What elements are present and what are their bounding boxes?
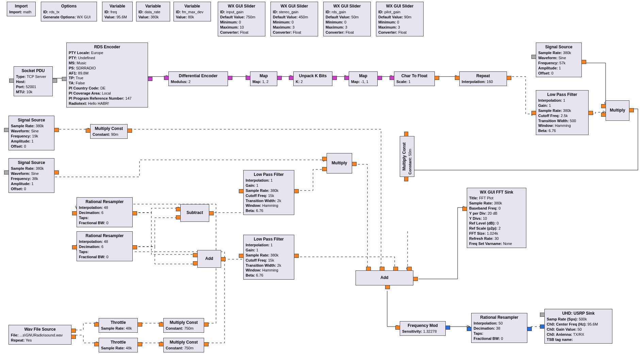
block-param: PI Country Code: DE <box>69 86 146 91</box>
block-param: Host: <box>16 79 50 84</box>
block-param: Interpolation: 48 <box>79 205 130 210</box>
variable-data-rate[interactable]: VariableID: data_rateValue: 380k <box>136 2 170 21</box>
block-title: Low Pass Filter <box>246 236 292 242</box>
block-title: Options <box>43 3 95 9</box>
block-param: ID: stereo_gain <box>273 10 316 15</box>
block-param: Sample Rate: 380k <box>246 253 292 258</box>
block-param: Cutoff Freq: 15k <box>246 258 292 263</box>
block-param: Amplitude: 1 <box>11 181 52 186</box>
block-param: Maximum: 3 <box>378 25 421 30</box>
block-param: Map: 1, 2 <box>252 79 275 84</box>
block-param: ID: data_rate <box>138 10 168 15</box>
block-param: Map: -1, 1 <box>351 79 375 84</box>
frequency-mod-block[interactable]: Frequency Mod Sensitivity: 1.32278 <box>400 321 446 336</box>
block-param: Ch0: Center Freq (Hz): 95.6M <box>547 322 610 327</box>
slider-pilot-gain[interactable]: WX GUI SliderID: pilot_gainDefault Value… <box>376 2 424 36</box>
block-param: Offset: 0 <box>11 144 52 149</box>
socket-pdu-block[interactable]: Socket PDU Type: TCP ServerHost: Port: 5… <box>14 66 53 96</box>
block-param: FFT Size: 1.024k <box>469 231 524 236</box>
block-title: Multiply Const <box>401 138 407 175</box>
block-param: Interpolation: 1 <box>246 178 292 183</box>
multiply-const-rds[interactable]: Multiply Const Constant: 50m <box>400 136 414 177</box>
block-param: Fractional BW: 0 <box>79 220 130 226</box>
block-param: Sample Rate: 380k <box>538 108 586 113</box>
options-block[interactable]: OptionsID: rds_txGenerate Options: WX GU… <box>41 2 97 21</box>
block-param: Decimation: 6 <box>79 210 130 215</box>
block-title: Rational Resampler <box>474 315 525 320</box>
block-title: Subtract <box>183 210 207 215</box>
signal-source-19k[interactable]: Signal Source Sample Rate: 380kWaveform:… <box>9 116 54 150</box>
block-param: Sample Rate: 380k <box>11 123 52 129</box>
block-title: Multiply Const <box>166 340 202 345</box>
map-block-2[interactable]: Map Map: -1, 1 <box>349 71 378 86</box>
subtract-block[interactable]: Subtract <box>180 204 209 222</box>
rational-resampler-1[interactable]: Rational Resampler Interpolation: 48Deci… <box>77 197 133 227</box>
block-title: WX GUI Slider <box>326 3 368 9</box>
char-to-float-block[interactable]: Char To Float Scale: 1 <box>394 71 435 86</box>
uhd-usrp-sink[interactable]: UHD: USRP Sink Samp Rate (Sps): 500kCh0:… <box>544 309 612 344</box>
block-param: Constant: 90m <box>93 132 125 137</box>
block-title: Wav File Source <box>11 327 69 332</box>
block-param: Converter: Float <box>220 30 263 35</box>
rational-resampler-2[interactable]: Rational Resampler Interpolation: 48Deci… <box>77 231 133 261</box>
block-title: Signal Source <box>11 117 52 123</box>
block-param: Taps: <box>79 215 130 220</box>
differential-encoder-block[interactable]: Differential Encoder Modulus: 2 <box>168 71 228 86</box>
rational-resampler-3[interactable]: Rational Resampler Interpolation: 50Deci… <box>471 313 527 343</box>
block-title: Variable <box>176 3 209 9</box>
signal-source-38k[interactable]: Signal Source Sample Rate: 380kWaveform:… <box>9 158 54 193</box>
block-title: Char To Float <box>396 73 432 79</box>
block-title: Throttle <box>101 320 135 325</box>
low-pass-filter-a[interactable]: Low Pass Filter Interpolation: 1Gain: 1S… <box>243 170 294 215</box>
block-param: Waveform: Sine <box>11 129 52 134</box>
block-param: Refresh Rate: 30 <box>469 236 524 241</box>
block-param: Sample Rate: 380k <box>11 166 52 171</box>
slider-stereo-gain[interactable]: WX GUI SliderID: stereo_gainDefault Valu… <box>270 2 318 36</box>
block-param: Frequency: 38k <box>11 176 52 181</box>
low-pass-filter-b[interactable]: Low Pass Filter Interpolation: 1Gain: 1S… <box>243 235 294 280</box>
block-param: Window: Hamming <box>246 203 292 208</box>
block-param: Interpolation: 48 <box>79 239 130 244</box>
block-param: TP: True <box>69 76 146 81</box>
block-title: RDS Encoder <box>69 44 146 50</box>
throttle-block-1[interactable]: Throttle Sample Rate: 48k <box>99 318 138 333</box>
block-param: PI Program Reference Number: 147 <box>69 96 146 101</box>
block-title: Throttle <box>101 340 135 345</box>
block-param: ID: pilot_gain <box>378 10 421 15</box>
slider-input-gain[interactable]: WX GUI SliderID: input_gainDefault Value… <box>218 2 265 36</box>
block-param: Minimum: 0 <box>326 20 368 25</box>
add-block-lr[interactable]: Add <box>197 250 221 268</box>
block-param: Fractional BW: 0 <box>474 336 525 341</box>
multiply-38k[interactable]: Multiply <box>327 153 352 173</box>
signal-source-57k[interactable]: Signal Source Sample Rate: 380kWaveform:… <box>536 43 582 77</box>
block-param: Ch0: Gain Value: 50 <box>547 327 610 332</box>
repeat-block[interactable]: Repeat Interpolation: 160 <box>459 71 507 86</box>
multiply-const-input-2[interactable]: Multiply Const Constant: 750m <box>163 338 204 352</box>
block-title: Add <box>358 275 411 280</box>
rds-encoder-block[interactable]: RDS Encoder PTY Locale: EuropePTY: Undef… <box>66 43 148 107</box>
block-param: Amplitude: 1 <box>11 139 52 144</box>
multiply-rds[interactable]: Multiply <box>606 100 629 121</box>
multiply-const-pilot[interactable]: Multiply Const Constant: 90m <box>90 124 128 139</box>
block-param: Ref Level (dB): 0 <box>469 221 524 226</box>
block-param: Modulus: 2 <box>171 79 226 84</box>
multiply-const-input-1[interactable]: Multiply Const Constant: 750m <box>163 318 204 333</box>
low-pass-filter-2p5k[interactable]: Low Pass Filter Interpolation: 1Gain: 1S… <box>536 90 589 135</box>
map-block-1[interactable]: Map Map: 1, 2 <box>250 71 277 86</box>
block-param: Window: Hamming <box>538 123 586 128</box>
block-param: Interpolation: 160 <box>462 79 505 84</box>
block-param: Constant: 750m <box>166 346 202 351</box>
add-block-main[interactable]: Add <box>356 270 413 285</box>
variable-fm-max-dev[interactable]: VariableID: fm_max_devValue: 80k <box>174 2 211 21</box>
wx-gui-fft-sink[interactable]: WX GUI FFT Sink Title: FFT PlotSample Ra… <box>467 188 526 248</box>
variable-freq[interactable]: VariableID: freqValue: 95.6M <box>102 2 133 21</box>
block-title: Frequency Mod <box>402 323 443 328</box>
block-param: Gain: 1 <box>538 103 586 108</box>
throttle-block-2[interactable]: Throttle Sample Rate: 48k <box>99 338 138 352</box>
wav-file-source[interactable]: Wav File Source File: ...s\GNURadio\soun… <box>9 325 71 345</box>
unpack-k-bits-block[interactable]: Unpack K Bits K: 2 <box>293 71 332 86</box>
slider-rds-gain[interactable]: WX GUI SliderID: rds_gainDefault Value: … <box>323 2 371 36</box>
block-param: Sample Rate: 380k <box>538 50 579 55</box>
block-title: Signal Source <box>11 160 52 165</box>
import-block[interactable]: ImportImport: math <box>7 2 36 16</box>
